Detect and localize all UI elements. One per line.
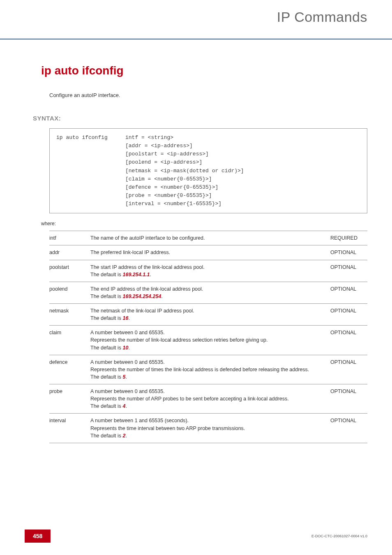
param-name: netmask — [49, 304, 90, 326]
param-description: The start IP address of the link-local a… — [90, 260, 330, 282]
highlighted-value: 169.254.254.254 — [123, 294, 161, 299]
code-command: ip auto ifconfig — [56, 134, 125, 142]
code-arguments: intf = <string> [addr = <ip-address>] [p… — [125, 134, 244, 208]
table-row: defenceA number between 0 and 65535.Repr… — [49, 355, 367, 384]
param-description: A number between 0 and 65535.Represents … — [90, 355, 330, 384]
param-required: REQUIRED — [330, 231, 367, 245]
highlighted-value: 16 — [123, 315, 129, 321]
where-label: where: — [41, 221, 367, 227]
table-row: poolstartThe start IP address of the lin… — [49, 260, 367, 282]
param-name: poolstart — [49, 260, 90, 282]
highlighted-value: 5 — [123, 374, 126, 380]
param-description: A number between 0 and 65535.Represents … — [90, 384, 330, 414]
section-description: Configure an autoIP interface. — [49, 92, 367, 98]
table-row: probeA number between 0 and 65535.Repres… — [49, 384, 367, 414]
highlighted-value: 2 — [123, 433, 126, 439]
param-required: OPTIONAL — [330, 355, 367, 384]
table-row: addrThe preferred link-local IP address.… — [49, 245, 367, 260]
table-row: netmaskThe netmask of the link-local IP … — [49, 304, 367, 326]
param-description: A number between 1 and 65535 (seconds).R… — [90, 414, 330, 443]
param-name: defence — [49, 355, 90, 384]
table-row: poolendThe end IP address of the link-lo… — [49, 282, 367, 303]
param-description: The name of the autoIP interface to be c… — [90, 231, 330, 245]
param-required: OPTIONAL — [330, 260, 367, 282]
table-row: intfThe name of the autoIP interface to … — [49, 231, 367, 245]
table-row: claimA number between 0 and 65535.Repres… — [49, 326, 367, 355]
param-required: OPTIONAL — [330, 245, 367, 260]
section-title: ip auto ifconfig — [41, 64, 367, 77]
param-description: The end IP address of the link-local add… — [90, 282, 330, 303]
param-required: OPTIONAL — [330, 282, 367, 303]
highlighted-value: 4 — [123, 403, 126, 409]
param-description: The preferred link-local IP address. — [90, 245, 330, 260]
param-name: claim — [49, 326, 90, 355]
page-header: IP Commands — [0, 0, 392, 39]
table-row: intervalA number between 1 and 65535 (se… — [49, 414, 367, 443]
syntax-code-block: ip auto ifconfigintf = <string> [addr = … — [49, 128, 367, 213]
parameters-table: intfThe name of the autoIP interface to … — [49, 231, 367, 443]
param-name: probe — [49, 384, 90, 414]
param-name: addr — [49, 245, 90, 260]
header-title: IP Commands — [277, 9, 367, 25]
param-description: The netmask of the link-local IP address… — [90, 304, 330, 326]
page-content: ip auto ifconfig Configure an autoIP int… — [0, 39, 392, 443]
param-name: interval — [49, 414, 90, 443]
param-name: poolend — [49, 282, 90, 303]
param-required: OPTIONAL — [330, 304, 367, 326]
highlighted-value: 10 — [123, 345, 129, 351]
page-number-badge: 458 — [25, 530, 51, 543]
highlighted-value: 169.254.1.1 — [123, 272, 150, 278]
page-footer: 458 E-DOC-CTC-20061027-0004 v1.0 — [0, 530, 392, 543]
document-id: E-DOC-CTC-20061027-0004 v1.0 — [311, 534, 367, 538]
syntax-label: SYNTAX: — [33, 115, 367, 122]
param-name: intf — [49, 231, 90, 245]
param-required: OPTIONAL — [330, 384, 367, 414]
param-required: OPTIONAL — [330, 326, 367, 355]
param-required: OPTIONAL — [330, 414, 367, 443]
param-description: A number between 0 and 65535.Represents … — [90, 326, 330, 355]
